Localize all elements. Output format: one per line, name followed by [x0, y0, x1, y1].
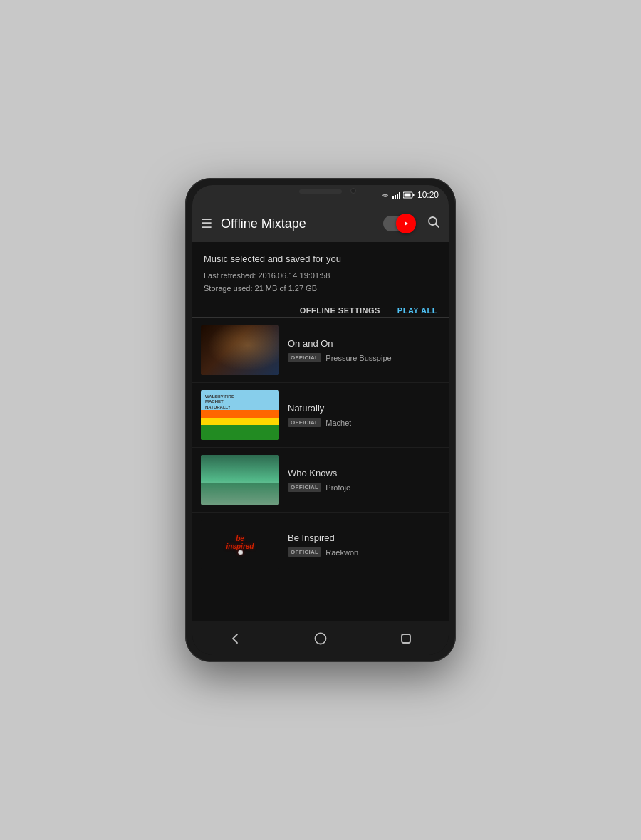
official-badge: OFFICIAL: [288, 547, 321, 557]
track-meta: OFFICIAL Protoje: [288, 483, 440, 492]
search-icon[interactable]: [427, 216, 440, 232]
official-badge: OFFICIAL: [288, 418, 321, 427]
phone-camera: [350, 188, 356, 194]
toggle-track: [383, 216, 415, 231]
app-title: Offline Mixtape: [221, 216, 375, 231]
last-refreshed-text: Last refreshed: 2016.06.14 19:01:58 Stor…: [204, 270, 437, 295]
thumb-2-overlay: WALSHY FIREMACHETNATURALLY: [205, 394, 234, 410]
recents-button[interactable]: [392, 624, 420, 653]
artist-name: Protoje: [325, 483, 350, 492]
track-thumbnail-1: [201, 325, 279, 375]
play-all-button[interactable]: PLAY ALL: [397, 306, 437, 315]
toggle-thumb: [396, 214, 416, 233]
track-thumbnail-3: [201, 455, 279, 505]
phone-screen: 10:20 ☰ Offline Mixtape: [192, 185, 449, 655]
status-bar: 10:20: [192, 185, 449, 205]
svg-line-5: [436, 224, 439, 227]
official-badge: OFFICIAL: [288, 483, 321, 492]
track-info: Naturally OFFICIAL Machet: [288, 403, 440, 427]
info-section: Music selected and saved for you Last re…: [192, 242, 449, 300]
svg-rect-7: [402, 634, 410, 643]
bottom-nav: [192, 621, 449, 655]
track-item[interactable]: beinspired⚪ Be Inspired OFFICIAL Raekwon: [192, 513, 449, 577]
yt-play-icon: [402, 220, 410, 227]
track-list: On and On OFFICIAL Pressure Busspipe WAL…: [192, 318, 449, 621]
signal-icon: [392, 191, 400, 199]
phone-speaker: [299, 189, 342, 194]
offline-settings-button[interactable]: OFFLINE SETTINGS: [300, 306, 380, 315]
be-inspired-overlay: beinspired⚪: [226, 535, 254, 555]
track-meta: OFFICIAL Machet: [288, 418, 440, 427]
svg-rect-1: [412, 194, 414, 196]
track-title: Be Inspired: [288, 532, 440, 543]
artist-name: Machet: [325, 419, 351, 427]
track-title: Naturally: [288, 403, 440, 414]
battery-icon: [403, 191, 415, 199]
track-item[interactable]: WALSHY FIREMACHETNATURALLY Naturally OFF…: [192, 383, 449, 448]
subtitle-text: Music selected and saved for you: [204, 253, 437, 264]
status-icons: 10:20: [381, 190, 439, 200]
app-bar: ☰ Offline Mixtape: [192, 205, 449, 242]
svg-point-6: [316, 633, 326, 644]
track-meta: OFFICIAL Raekwon: [288, 547, 440, 557]
phone-device: 10:20 ☰ Offline Mixtape: [185, 178, 456, 662]
track-title: On and On: [288, 338, 440, 349]
content-area: Music selected and saved for you Last re…: [192, 242, 449, 621]
action-row: OFFLINE SETTINGS PLAY ALL: [192, 300, 449, 318]
menu-icon[interactable]: ☰: [201, 216, 212, 231]
track-item[interactable]: Who Knows OFFICIAL Protoje: [192, 448, 449, 513]
svg-marker-3: [405, 221, 408, 226]
track-thumbnail-2: WALSHY FIREMACHETNATURALLY: [201, 390, 279, 440]
artist-name: Pressure Busspipe: [325, 354, 391, 362]
official-badge: OFFICIAL: [288, 353, 321, 362]
home-button[interactable]: [306, 624, 335, 653]
track-item[interactable]: On and On OFFICIAL Pressure Busspipe: [192, 318, 449, 383]
wifi-icon: [381, 191, 390, 199]
youtube-toggle[interactable]: [383, 216, 415, 231]
svg-rect-2: [404, 194, 410, 197]
track-title: Who Knows: [288, 468, 440, 478]
track-info: Be Inspired OFFICIAL Raekwon: [288, 532, 440, 557]
track-meta: OFFICIAL Pressure Busspipe: [288, 353, 440, 362]
artist-name: Raekwon: [325, 548, 358, 557]
status-time: 10:20: [417, 190, 439, 200]
track-info: On and On OFFICIAL Pressure Busspipe: [288, 338, 440, 362]
track-thumbnail-4: beinspired⚪: [201, 520, 279, 569]
back-button[interactable]: [221, 624, 249, 653]
track-info: Who Knows OFFICIAL Protoje: [288, 468, 440, 492]
